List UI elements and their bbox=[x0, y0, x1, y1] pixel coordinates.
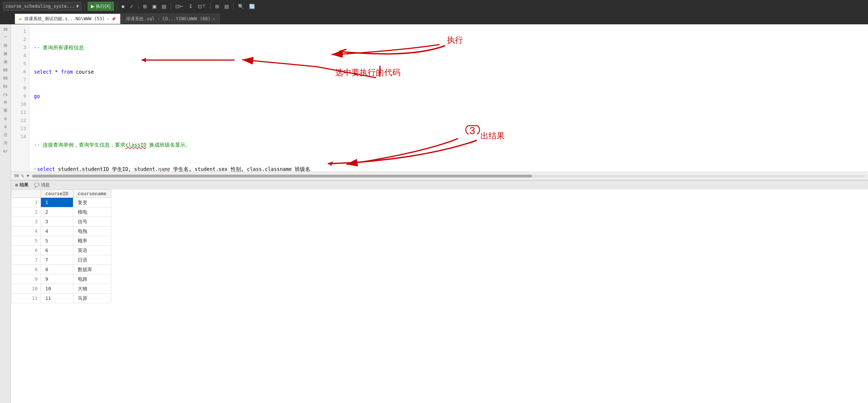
format-btn-2[interactable]: ▣ bbox=[151, 2, 158, 11]
row-number: 8 bbox=[11, 265, 41, 274]
tab-close-2[interactable]: ✕ bbox=[213, 17, 215, 21]
sidebar-icon-arrow[interactable]: ^ bbox=[1, 34, 10, 41]
table-row[interactable]: 77日语 bbox=[11, 255, 111, 265]
sidebar-icon-15[interactable]: er bbox=[1, 147, 10, 155]
sidebar-icon-8[interactable]: rs bbox=[1, 91, 10, 98]
tabbar: ▶ 排课系统_测试功能.s...NG\WWW (53) ✕ 📌 排课系统.sql… bbox=[0, 13, 868, 24]
cell-coursename[interactable]: 日语 bbox=[73, 255, 111, 265]
separator-1 bbox=[84, 3, 85, 10]
sidebar-icon-2[interactable]: 排 bbox=[1, 42, 10, 49]
cell-courseid[interactable]: 6 bbox=[41, 246, 73, 255]
format-btn-7[interactable]: ⊞ bbox=[214, 2, 221, 11]
format-btn-10[interactable]: 🔄 bbox=[248, 2, 256, 11]
cell-coursename[interactable]: 马原 bbox=[73, 294, 111, 303]
row-number: 2 bbox=[11, 207, 41, 217]
format-btn-3[interactable]: ▤ bbox=[160, 2, 168, 11]
row-number: 9 bbox=[11, 274, 41, 284]
cell-courseid[interactable]: 11 bbox=[41, 294, 73, 303]
code-line-5: -- 连接查询举例，查询学生信息，要求classID 换成班级名显示。 bbox=[34, 141, 864, 149]
zoom-level: 90 % bbox=[14, 174, 24, 178]
code-content[interactable]: -- 查询所有课程信息 select * from course go -- 连… bbox=[29, 24, 868, 172]
sidebar-icon-3[interactable]: 频 bbox=[1, 50, 10, 57]
table-row[interactable]: 33信号 bbox=[11, 217, 111, 227]
zoom-dropdown[interactable]: ▼ bbox=[27, 174, 29, 178]
cell-coursename[interactable]: 概率 bbox=[73, 236, 111, 246]
table-row[interactable]: 44电拖 bbox=[11, 227, 111, 236]
cell-coursename[interactable]: 大物 bbox=[73, 284, 111, 294]
format-btn-9[interactable]: 🔍 bbox=[237, 2, 245, 11]
cell-coursename[interactable]: 数据库 bbox=[73, 265, 111, 274]
cell-coursename[interactable]: 电路 bbox=[73, 274, 111, 284]
row-number: 5 bbox=[11, 236, 41, 246]
line-numbers: 1 2 3 4 5 6 7 8 9 10 11 12 13 14 bbox=[11, 24, 29, 172]
sidebar-icon-14[interactable]: 沼 bbox=[1, 139, 10, 147]
stop-button[interactable]: ■ bbox=[120, 2, 126, 11]
sql-editor[interactable]: 1 2 3 4 5 6 7 8 9 10 11 12 13 14 -- 查询所有… bbox=[11, 24, 868, 172]
sidebar-icon-10[interactable]: 图 bbox=[1, 107, 10, 114]
tab-close-1[interactable]: ✕ bbox=[107, 17, 109, 21]
cell-courseid[interactable]: 2 bbox=[41, 207, 73, 217]
table-row[interactable]: 55概率 bbox=[11, 236, 111, 246]
format-btn-1[interactable]: ⊞ bbox=[141, 2, 148, 11]
col-header-courseid[interactable]: courseID bbox=[41, 190, 73, 198]
cell-courseid[interactable]: 1 bbox=[41, 198, 73, 207]
sidebar-icon-7[interactable]: 0¢ bbox=[1, 83, 10, 90]
messages-tab[interactable]: 💬 消息 bbox=[33, 181, 51, 189]
sidebar-icon-1[interactable]: IN bbox=[1, 26, 10, 33]
table-row[interactable]: 99电路 bbox=[11, 274, 111, 284]
cell-coursename[interactable]: 模电 bbox=[73, 207, 111, 217]
sidebar-icon-4[interactable]: 做 bbox=[1, 58, 10, 66]
msg-icon: 💬 bbox=[34, 183, 39, 188]
col-header-coursename[interactable]: coursename bbox=[73, 190, 111, 198]
row-number: 10 bbox=[11, 284, 41, 294]
cell-courseid[interactable]: 8 bbox=[41, 265, 73, 274]
format-btn-4[interactable]: ⊡⊢ bbox=[174, 2, 185, 11]
messages-tab-label: 消息 bbox=[41, 182, 50, 188]
tab-label-1: 排课系统_测试功能.s...NG\WWW (53) bbox=[24, 16, 105, 22]
results-tab-label: 结果 bbox=[20, 182, 28, 188]
db-selector[interactable]: course_scheduling_syste... ▼ bbox=[3, 2, 81, 11]
scrollbar-track[interactable] bbox=[32, 175, 865, 178]
code-line-3: go bbox=[34, 92, 864, 100]
sidebar-icon-5[interactable]: 00 bbox=[1, 66, 10, 74]
kw-go-1: go bbox=[34, 92, 40, 100]
scrollbar-thumb[interactable] bbox=[32, 175, 532, 178]
sidebar-icon-13[interactable]: 迁 bbox=[1, 131, 10, 139]
separator-5 bbox=[210, 3, 211, 10]
sidebar-icon-6[interactable]: 00 bbox=[1, 74, 10, 82]
cell-coursename[interactable]: 复变 bbox=[73, 198, 111, 207]
format-btn-8[interactable]: ▤ bbox=[223, 2, 230, 11]
table-row[interactable]: 88数据库 bbox=[11, 265, 111, 274]
table-row[interactable]: 66英语 bbox=[11, 246, 111, 255]
table-row[interactable]: 1010大物 bbox=[11, 284, 111, 294]
tab-2[interactable]: 排课系统.sql - CO...YING\WWW (68) ✕ bbox=[121, 14, 220, 24]
sidebar-icon-9[interactable]: 外 bbox=[1, 99, 10, 106]
sidebar-icon-12[interactable]: d bbox=[1, 123, 10, 130]
code-line-6: ≡ select student.studentID 学生ID, student… bbox=[34, 165, 864, 172]
row-number: 3 bbox=[11, 217, 41, 227]
table-row[interactable]: 22模电 bbox=[11, 207, 111, 217]
execute-button[interactable]: ▶ 执行(X) bbox=[88, 2, 114, 11]
db-name: course_scheduling_syste... bbox=[6, 4, 75, 9]
cell-coursename[interactable]: 英语 bbox=[73, 246, 111, 255]
table-row[interactable]: 11复变 bbox=[11, 198, 111, 207]
sidebar-icon-11[interactable]: d bbox=[1, 115, 10, 122]
format-btn-5[interactable]: ↧ bbox=[187, 2, 194, 11]
tab-1[interactable]: ▶ 排课系统_测试功能.s...NG\WWW (53) ✕ 📌 bbox=[15, 14, 120, 24]
cell-courseid[interactable]: 9 bbox=[41, 274, 73, 284]
results-area[interactable]: courseID coursename 11复变22模电33信号44电拖55概率… bbox=[11, 189, 868, 403]
row-number: 7 bbox=[11, 255, 41, 265]
cell-courseid[interactable]: 5 bbox=[41, 236, 73, 246]
cell-courseid[interactable]: 4 bbox=[41, 227, 73, 236]
toolbar: course_scheduling_syste... ▼ ▶ 执行(X) ■ ✓… bbox=[0, 0, 868, 13]
table-row[interactable]: 1111马原 bbox=[11, 294, 111, 303]
cell-coursename[interactable]: 电拖 bbox=[73, 227, 111, 236]
check-button[interactable]: ✓ bbox=[128, 2, 135, 11]
cell-courseid[interactable]: 10 bbox=[41, 284, 73, 294]
format-btn-6[interactable]: ⊡⊤ bbox=[196, 2, 207, 11]
cell-courseid[interactable]: 3 bbox=[41, 217, 73, 227]
row-number: 1 bbox=[11, 198, 41, 207]
cell-coursename[interactable]: 信号 bbox=[73, 217, 111, 227]
cell-courseid[interactable]: 7 bbox=[41, 255, 73, 265]
results-tab[interactable]: ⊞ 结果 bbox=[14, 181, 30, 189]
